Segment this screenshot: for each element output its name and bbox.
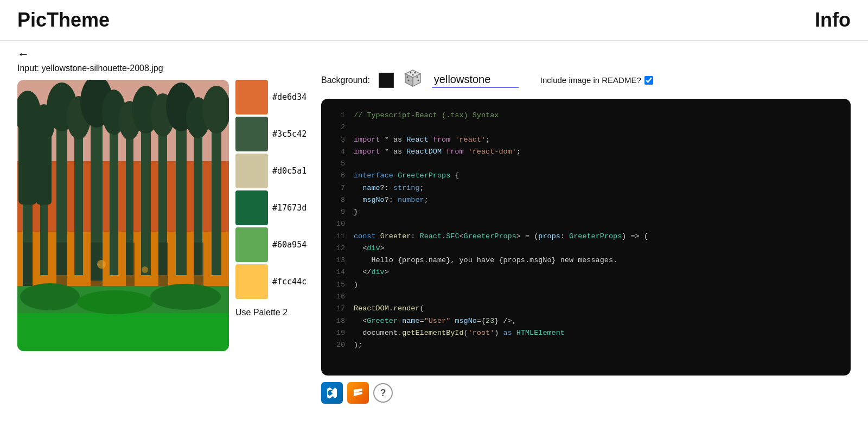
right-panel: Background: [321,63,851,404]
color-swatch-2[interactable] [235,117,268,151]
color-swatch-3[interactable] [235,154,268,188]
code-line-15: 15 ) [330,279,842,291]
code-line-5: 5 [330,158,842,170]
color-hex-4: #17673d [272,203,307,213]
svg-rect-14 [74,118,83,275]
dice-icon[interactable] [403,68,423,92]
main-content: Input: yellowstone-silhouette-2008.jpg [0,63,868,404]
svg-point-38 [20,283,80,310]
background-color-picker[interactable] [379,73,394,88]
readme-label: Include image in README? [540,75,653,85]
color-hex-3: #d0c5a1 [272,166,307,176]
svg-rect-33 [56,243,67,286]
palette-panel: #de6d34 #3c5c42 #d0c5a1 #17673d #60a954 [235,80,307,317]
input-label: Input: yellowstone-silhouette-2008.jpg [17,63,299,73]
color-hex-2: #3c5c42 [272,129,307,139]
palette-item-4: #17673d [235,190,307,225]
code-line-6: 6 interface GreeterProps { [330,170,842,182]
palette-item-6: #fcc44c [235,264,307,299]
svg-point-47 [414,72,416,74]
svg-point-51 [406,77,408,78]
code-line-11: 11 const Greeter: React.SFC<GreeterProps… [330,231,842,243]
svg-rect-36 [158,243,168,286]
code-line-12: 12 <div> [330,243,842,255]
color-swatch-4[interactable] [235,190,268,225]
color-swatch-5[interactable] [235,227,268,262]
code-line-18: 18 <Greeter name="User" msgNo={23} />, [330,315,842,327]
svg-rect-22 [141,110,151,275]
color-hex-5: #60a954 [272,240,307,250]
left-panel: Input: yellowstone-silhouette-2008.jpg [17,63,299,351]
vscode-icon-button[interactable] [321,382,343,404]
help-icon-label: ? [380,387,386,399]
svg-rect-30 [212,110,221,275]
toolbar-row: Background: [321,63,851,99]
code-line-19: 19 document.getElementById('root') as HT… [330,327,842,339]
svg-point-42 [142,266,148,273]
painting-svg [17,80,229,351]
code-line-3: 3 import * as React from 'react'; [330,134,842,146]
color-swatch-1[interactable] [235,80,268,114]
svg-point-48 [412,74,413,76]
use-palette-button[interactable]: Use Palette 2 [235,308,288,317]
readme-checkbox[interactable] [644,76,653,85]
svg-rect-18 [110,112,118,275]
svg-point-39 [77,290,153,314]
svg-rect-32 [23,243,33,286]
palette-item-1: #de6d34 [235,80,307,114]
svg-point-40 [150,284,221,310]
svg-point-41 [97,260,106,269]
palette-item-2: #3c5c42 [235,117,307,151]
code-line-4: 4 import * as ReactDOM from 'react-dom'; [330,146,842,158]
svg-point-50 [417,80,419,81]
code-line-17: 17 ReactDOM.render( [330,303,842,315]
svg-rect-5 [17,313,229,351]
svg-point-52 [407,80,409,81]
back-button[interactable]: ← [17,47,29,61]
code-line-8: 8 msgNo?: number; [330,194,842,206]
color-swatch-6[interactable] [235,264,268,299]
color-hex-6: #fcc44c [272,277,307,287]
code-line-1: 1 // Typescript-React (.tsx) Syntax [330,110,842,122]
code-line-2: 2 [330,122,842,133]
painting-image [17,80,229,351]
image-palette-row: #de6d34 #3c5c42 #d0c5a1 #17673d #60a954 [17,80,299,351]
code-line-14: 14 </div> [330,266,842,278]
palette-item-5: #60a954 [235,227,307,262]
svg-rect-35 [126,243,135,286]
svg-point-49 [416,77,418,78]
code-line-13: 13 Hello {props.name}, you have {props.m… [330,255,842,266]
bottom-icons-row: ? [321,376,851,404]
code-line-7: 7 name?: string; [330,182,842,194]
header: PicTheme Info [0,0,868,41]
code-line-20: 20 ); [330,339,842,351]
app-title: PicTheme [17,9,110,31]
code-line-10: 10 [330,218,842,230]
code-line-9: 9 } [330,206,842,218]
sublime-icon-button[interactable] [347,382,369,404]
help-icon-button[interactable]: ? [373,383,393,403]
code-editor: 1 // Typescript-React (.tsx) Syntax 2 3 … [321,99,851,376]
code-line-16: 16 [330,291,842,303]
svg-rect-26 [176,107,187,275]
svg-point-46 [410,72,411,74]
svg-rect-37 [194,243,203,286]
palette-item-3: #d0c5a1 [235,154,307,188]
theme-input[interactable] [432,72,519,88]
color-hex-1: #de6d34 [272,92,307,102]
background-label: Background: [321,75,370,85]
back-row: ← [0,41,868,63]
info-link[interactable]: Info [815,9,851,31]
